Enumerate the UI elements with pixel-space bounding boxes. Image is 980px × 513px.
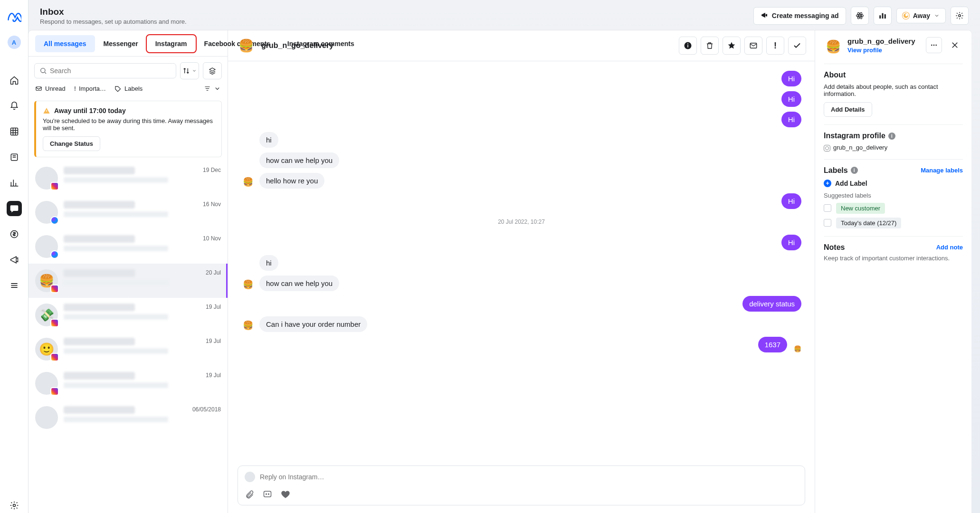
incoming-bubble[interactable]: how can we help you bbox=[259, 276, 339, 291]
conversation-item[interactable]: 🙂19 Jul bbox=[29, 332, 228, 366]
filter-unread[interactable]: Unread bbox=[35, 85, 66, 92]
conversation-preview-blurred bbox=[64, 246, 168, 251]
incoming-bubble[interactable]: hello how re you bbox=[259, 173, 324, 189]
svg-rect-0 bbox=[10, 128, 18, 135]
aside-more-icon[interactable] bbox=[926, 37, 942, 53]
chat-done-icon[interactable] bbox=[788, 37, 806, 55]
nav-more-icon[interactable] bbox=[7, 278, 22, 293]
outgoing-message-row: Hi bbox=[241, 91, 801, 107]
outgoing-bubble[interactable]: Hi bbox=[781, 193, 801, 209]
composer-input[interactable] bbox=[260, 473, 798, 481]
away-status-icon bbox=[903, 12, 909, 19]
chat-flag-icon[interactable]: ! bbox=[766, 37, 784, 55]
chat-star-icon[interactable] bbox=[723, 37, 741, 55]
outgoing-message-row: Hi bbox=[241, 193, 801, 209]
suggested-label-new-customer[interactable]: New customer bbox=[824, 203, 963, 214]
chat-messages: HiHiHihihow can we help you🍔hello how re… bbox=[228, 61, 815, 461]
svg-rect-8 bbox=[879, 15, 881, 19]
conversation-date: 19 Jul bbox=[206, 304, 221, 310]
conversation-date: 19 Dec bbox=[203, 167, 221, 173]
filter-labels[interactable]: Labels bbox=[114, 85, 143, 92]
view-profile-link[interactable]: View profile bbox=[847, 47, 921, 54]
attach-icon[interactable] bbox=[245, 490, 254, 499]
nav-monetization-icon[interactable] bbox=[7, 227, 22, 242]
ig-profile-heading: Instagram profilei bbox=[824, 132, 963, 140]
add-note-link[interactable]: Add note bbox=[936, 244, 963, 251]
incoming-message-row: hi bbox=[241, 255, 801, 271]
search-input-wrapper[interactable] bbox=[34, 63, 176, 78]
conversation-date: 20 Jul bbox=[206, 269, 221, 276]
chat-info-icon[interactable] bbox=[679, 37, 697, 55]
svg-point-20 bbox=[268, 494, 269, 494]
incoming-bubble[interactable]: Can i have your order number bbox=[259, 316, 367, 332]
about-text: Add details about people, such as contac… bbox=[824, 83, 963, 97]
conversation-item[interactable]: 10 Nov bbox=[29, 229, 228, 264]
conversation-item[interactable]: 19 Dec bbox=[29, 161, 228, 195]
nav-ads-icon[interactable] bbox=[7, 252, 22, 267]
suggested-label-today[interactable]: Today's date (12/27) bbox=[824, 218, 963, 228]
aside-name: grub_n_go_delivery bbox=[847, 37, 921, 46]
chat-title: grub_n_go_delivery bbox=[261, 41, 333, 50]
outgoing-bubble[interactable]: 1637 bbox=[758, 337, 787, 352]
nav-insights-icon[interactable] bbox=[7, 175, 22, 190]
filter-settings[interactable] bbox=[204, 85, 221, 92]
outgoing-bubble[interactable]: Hi bbox=[781, 91, 801, 107]
sort-button[interactable] bbox=[180, 62, 199, 79]
settings-gear-icon[interactable] bbox=[951, 7, 969, 25]
tab-instagram[interactable]: Instagram bbox=[147, 35, 196, 52]
tab-all-messages[interactable]: All messages bbox=[35, 35, 95, 52]
info-icon: i bbox=[888, 133, 895, 140]
create-messaging-ad-button[interactable]: Create messaging ad bbox=[753, 7, 846, 25]
chat-delete-icon[interactable] bbox=[701, 37, 719, 55]
incoming-bubble[interactable]: hi bbox=[259, 255, 278, 271]
conversation-avatar bbox=[35, 406, 58, 429]
message-composer bbox=[238, 466, 805, 505]
user-avatar[interactable]: A bbox=[8, 36, 21, 49]
outgoing-bubble[interactable]: Hi bbox=[781, 112, 801, 127]
conversation-item[interactable]: 💸19 Jul bbox=[29, 298, 228, 332]
conversation-item[interactable]: 🍔20 Jul bbox=[29, 264, 228, 298]
manage-labels-link[interactable]: Manage labels bbox=[921, 167, 963, 174]
saved-reply-icon[interactable] bbox=[263, 490, 272, 499]
plus-icon: + bbox=[824, 180, 831, 187]
outgoing-bubble[interactable]: Hi bbox=[781, 71, 801, 86]
heart-icon[interactable] bbox=[281, 490, 290, 499]
nav-page-icon[interactable] bbox=[7, 150, 22, 165]
archive-button[interactable] bbox=[203, 62, 222, 79]
atom-icon[interactable] bbox=[851, 7, 869, 25]
change-status-button[interactable]: Change Status bbox=[43, 136, 100, 151]
outgoing-message-row: Hi bbox=[241, 112, 801, 127]
availability-dropdown[interactable]: Away bbox=[896, 8, 946, 23]
conversation-avatar bbox=[35, 201, 58, 224]
chat-mail-icon[interactable] bbox=[744, 37, 762, 55]
megaphone-icon bbox=[761, 11, 768, 20]
checkbox[interactable] bbox=[824, 204, 831, 212]
conversation-list: 19 Dec16 Nov10 Nov🍔20 Jul💸19 Jul🙂19 Jul1… bbox=[29, 161, 228, 513]
add-label-button[interactable]: +Add Label bbox=[824, 180, 963, 187]
nav-inbox-icon[interactable] bbox=[7, 201, 22, 216]
add-details-button[interactable]: Add Details bbox=[824, 102, 872, 117]
filter-important[interactable]: !Importa… bbox=[74, 85, 106, 92]
checkbox[interactable] bbox=[824, 219, 831, 227]
svg-point-21 bbox=[931, 45, 932, 46]
incoming-bubble[interactable]: hi bbox=[259, 132, 278, 148]
instagram-icon bbox=[824, 145, 830, 152]
nav-settings-icon[interactable] bbox=[7, 498, 22, 513]
tab-messenger[interactable]: Messenger bbox=[95, 35, 147, 52]
conversation-name-blurred bbox=[64, 167, 135, 174]
insights-icon[interactable] bbox=[874, 7, 892, 25]
profile-aside: 🍔 grub_n_go_delivery View profile About … bbox=[815, 30, 971, 513]
conversation-item[interactable]: 06/05/2018 bbox=[29, 400, 228, 435]
nav-grid-icon[interactable] bbox=[7, 124, 22, 139]
page-header: Inbox Respond to messages, set up automa… bbox=[29, 0, 980, 30]
incoming-bubble[interactable]: how can we help you bbox=[259, 152, 339, 168]
search-input[interactable] bbox=[50, 67, 171, 75]
outgoing-bubble[interactable]: Hi bbox=[781, 235, 801, 250]
aside-close-icon[interactable] bbox=[947, 37, 963, 53]
outgoing-bubble[interactable]: delivery status bbox=[742, 296, 801, 312]
nav-home-icon[interactable] bbox=[7, 73, 22, 88]
nav-bell-icon[interactable] bbox=[7, 98, 22, 114]
conversation-item[interactable]: 16 Nov bbox=[29, 195, 228, 229]
conversation-item[interactable]: 19 Jul bbox=[29, 366, 228, 400]
conversation-preview-blurred bbox=[64, 211, 168, 217]
